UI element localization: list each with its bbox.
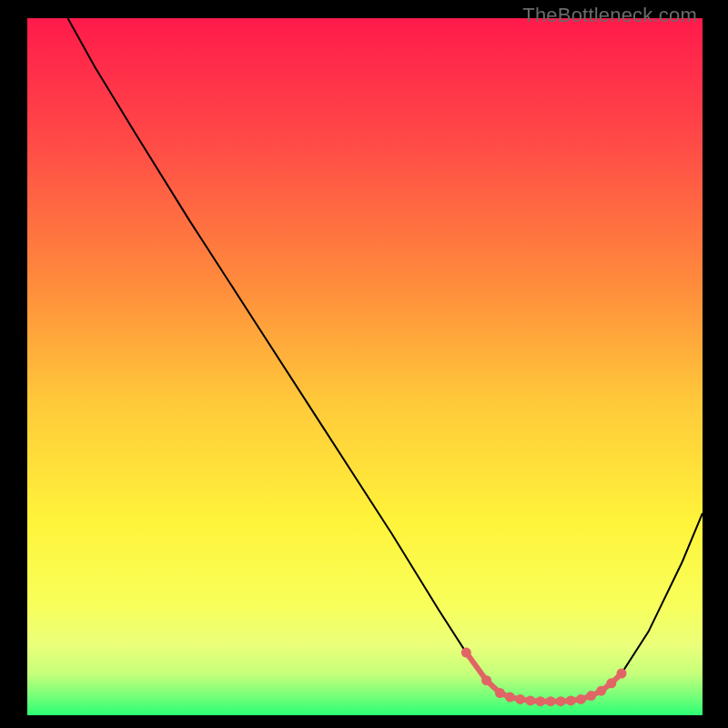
- watermark-text: TheBottleneck.com: [522, 4, 697, 27]
- svg-point-9: [566, 695, 576, 705]
- svg-point-14: [617, 669, 627, 679]
- svg-point-10: [576, 694, 586, 704]
- svg-point-11: [586, 691, 596, 701]
- svg-point-0: [461, 648, 471, 658]
- svg-point-1: [481, 675, 491, 685]
- svg-point-12: [596, 686, 606, 696]
- svg-point-6: [535, 696, 545, 706]
- svg-point-4: [515, 694, 525, 704]
- svg-point-7: [546, 696, 556, 706]
- chart-svg: [27, 18, 703, 715]
- svg-point-5: [525, 695, 535, 705]
- svg-point-2: [495, 688, 505, 698]
- svg-point-8: [556, 696, 566, 706]
- svg-point-13: [606, 678, 616, 688]
- svg-point-3: [505, 693, 515, 703]
- chart-frame: [27, 18, 703, 715]
